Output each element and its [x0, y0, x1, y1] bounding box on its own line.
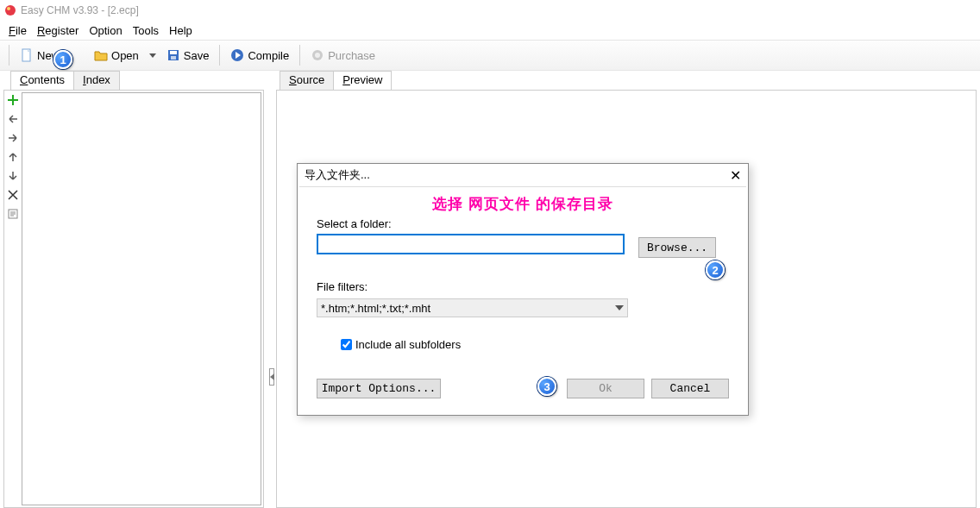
toolbar-separator [219, 45, 220, 66]
menu-file[interactable]: File [3, 24, 32, 37]
left-tabs: Contents Index [0, 71, 267, 90]
purchase-label: Purchase [328, 49, 375, 62]
save-icon [166, 48, 180, 62]
callout-2: 2 [706, 260, 725, 279]
left-panel: Contents Index [0, 71, 267, 508]
arrow-left-icon[interactable] [7, 113, 19, 125]
svg-rect-5 [171, 56, 176, 60]
compile-button[interactable]: Compile [227, 47, 292, 64]
toolbar: New Open Save Compile Purchase [0, 40, 980, 71]
save-label: Save [184, 49, 210, 62]
svg-point-0 [5, 5, 16, 16]
compile-label: Compile [248, 49, 289, 62]
svg-rect-4 [170, 51, 177, 54]
close-icon[interactable]: ✕ [730, 167, 741, 184]
dropdown-icon[interactable] [149, 53, 156, 58]
dialog-body: 选择 网页文件 的保存目录 Select a folder: Browse...… [298, 187, 748, 411]
menu-tools[interactable]: Tools [128, 24, 164, 37]
dialog-title: 导入文件夹... [305, 167, 370, 183]
splitter[interactable] [267, 71, 276, 508]
callout-3: 3 [537, 377, 556, 396]
menu-bar: File Register Option Tools Help [0, 21, 980, 40]
arrow-right-icon[interactable] [7, 132, 19, 144]
toolbar-separator [9, 45, 9, 66]
import-options-button[interactable]: Import Options... [317, 379, 441, 398]
menu-register[interactable]: Register [32, 24, 84, 37]
properties-icon[interactable] [7, 208, 19, 220]
annotation-text: 选择 网页文件 的保存目录 [317, 194, 729, 214]
tree-view[interactable] [22, 92, 261, 505]
callout-1: 1 [53, 50, 72, 69]
menu-option[interactable]: Option [84, 24, 127, 37]
menu-help[interactable]: Help [164, 24, 198, 37]
tab-index[interactable]: Index [73, 71, 120, 90]
tab-contents[interactable]: Contents [10, 71, 74, 90]
add-icon[interactable] [7, 94, 19, 106]
title-bar: Easy CHM v3.93 - [2.ecp] [0, 0, 980, 21]
new-file-icon [20, 48, 34, 62]
purchase-icon [311, 48, 324, 62]
cancel-button[interactable]: Cancel [651, 379, 729, 398]
chevron-down-icon [615, 305, 624, 310]
open-label: Open [111, 49, 139, 62]
compile-icon [230, 48, 244, 62]
open-folder-icon [94, 48, 108, 62]
purchase-button[interactable]: Purchase [307, 47, 379, 64]
right-tabs: Source Preview [276, 71, 980, 90]
tab-preview[interactable]: Preview [333, 71, 392, 90]
browse-button[interactable]: Browse... [638, 237, 716, 258]
ok-button[interactable]: Ok [567, 379, 644, 398]
window-title: Easy CHM v3.93 - [2.ecp] [21, 4, 139, 16]
tab-source[interactable]: Source [280, 71, 334, 90]
app-icon [3, 3, 17, 17]
save-button[interactable]: Save [163, 47, 213, 64]
include-subfolders-label: Include all subfolders [355, 338, 461, 351]
contents-pane [3, 90, 264, 508]
file-filters-label: File filters: [317, 280, 729, 293]
svg-point-8 [315, 53, 320, 58]
svg-point-1 [7, 7, 10, 10]
file-filters-select[interactable]: *.htm;*.html;*.txt;*.mht [317, 298, 628, 317]
dialog-title-bar: 导入文件夹... ✕ [298, 164, 748, 186]
include-subfolders-checkbox[interactable] [341, 339, 352, 350]
select-folder-label: Select a folder: [317, 217, 729, 230]
open-button[interactable]: Open [91, 47, 160, 64]
import-folder-dialog: 导入文件夹... ✕ 选择 网页文件 的保存目录 Select a folder… [297, 163, 749, 416]
filters-value: *.htm;*.html;*.txt;*.mht [321, 302, 430, 315]
arrow-up-icon[interactable] [7, 151, 19, 163]
arrow-down-icon[interactable] [7, 170, 19, 182]
delete-icon[interactable] [7, 189, 19, 201]
sidebar-tools [4, 91, 22, 507]
folder-input[interactable] [317, 234, 625, 254]
toolbar-separator [299, 45, 300, 66]
